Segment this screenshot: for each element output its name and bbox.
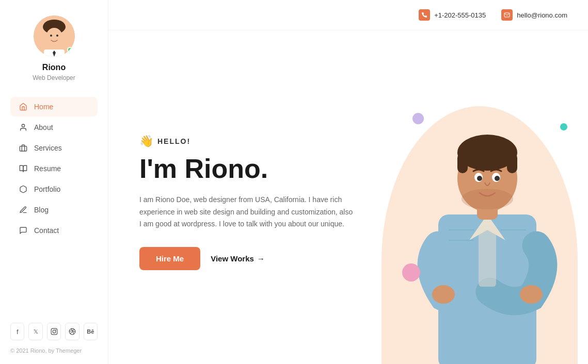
profile-name: Riono — [42, 63, 66, 72]
nav-label-about: About — [34, 123, 53, 131]
dribbble-button[interactable] — [65, 323, 79, 340]
phone-icon — [419, 9, 430, 21]
message-icon — [19, 226, 28, 235]
hero-image-area — [371, 30, 588, 364]
hero-section: 👋 HELLO! I'm Riono. I am Riono Doe, web … — [108, 30, 588, 364]
facebook-button[interactable]: f — [10, 323, 24, 340]
nav-label-contact: Contact — [34, 226, 59, 235]
hero-buttons: Hire Me View Works → — [139, 247, 387, 270]
svg-point-7 — [22, 124, 24, 127]
svg-point-26 — [520, 285, 543, 304]
decorative-dot-teal — [560, 123, 567, 130]
nav-label-blog: Blog — [34, 206, 49, 214]
sidebar-item-resume[interactable]: Resume — [10, 159, 98, 178]
hello-badge: 👋 HELLO! — [139, 135, 387, 148]
twitter-button[interactable]: 𝕏 — [28, 323, 42, 340]
sidebar-footer: f 𝕏 Bē © 2021 Riono, by Themeger — [0, 312, 108, 364]
decorative-dot-pink — [402, 263, 420, 282]
user-icon — [19, 123, 28, 132]
view-works-label: View Works — [211, 254, 254, 263]
svg-point-24 — [462, 189, 513, 209]
svg-point-23 — [495, 176, 500, 181]
svg-point-22 — [477, 176, 482, 181]
email-address: hello@riono.com — [517, 11, 567, 19]
behance-button[interactable]: Bē — [84, 323, 98, 340]
sidebar: Riono Web Developer Home About — [0, 0, 108, 364]
sidebar-item-about[interactable]: About — [10, 118, 98, 137]
nav-label-services: Services — [34, 144, 62, 152]
svg-rect-19 — [507, 153, 517, 173]
main-content: +1-202-555-0135 hello@riono.com 👋 HELLO!… — [108, 0, 588, 364]
svg-point-10 — [53, 330, 56, 333]
site-header: +1-202-555-0135 hello@riono.com — [108, 0, 588, 30]
book-icon — [19, 164, 28, 173]
profile-role: Web Developer — [33, 74, 75, 81]
email-icon — [501, 9, 513, 21]
hero-text-content: 👋 HELLO! I'm Riono. I am Riono Doe, web … — [139, 135, 387, 271]
box-icon — [19, 185, 28, 194]
wave-emoji: 👋 — [139, 135, 153, 148]
svg-rect-9 — [51, 328, 57, 335]
sidebar-item-portfolio[interactable]: Portfolio — [10, 179, 98, 199]
hero-description: I am Riono Doe, web designer from USA, C… — [139, 194, 356, 230]
sidebar-item-blog[interactable]: Blog — [10, 200, 98, 220]
phone-contact: +1-202-555-0135 — [419, 9, 486, 21]
avatar — [34, 15, 75, 57]
hero-title: I'm Riono. — [139, 154, 387, 184]
sidebar-item-home[interactable]: Home — [10, 97, 98, 117]
social-links: f 𝕏 Bē — [10, 323, 98, 340]
nav-label-resume: Resume — [34, 164, 61, 173]
svg-rect-18 — [457, 153, 468, 173]
svg-point-25 — [432, 285, 455, 304]
decorative-dot-purple — [412, 113, 424, 124]
person-illustration — [402, 101, 573, 364]
svg-rect-8 — [20, 146, 26, 151]
nav-label-portfolio: Portfolio — [34, 185, 60, 193]
sidebar-item-services[interactable]: Services — [10, 138, 98, 158]
copyright-text: © 2021 Riono, by Themeger — [10, 348, 98, 354]
svg-point-4 — [56, 35, 58, 37]
svg-point-11 — [55, 329, 56, 330]
view-works-button[interactable]: View Works → — [211, 254, 265, 263]
instagram-button[interactable] — [47, 323, 61, 340]
phone-number: +1-202-555-0135 — [434, 11, 486, 19]
main-nav: Home About Services — [0, 97, 108, 312]
online-dot — [67, 47, 73, 53]
hire-me-button[interactable]: Hire Me — [139, 247, 200, 270]
nav-label-home: Home — [34, 103, 53, 111]
sidebar-item-contact[interactable]: Contact — [10, 221, 98, 240]
svg-rect-27 — [479, 225, 496, 287]
svg-point-2 — [46, 28, 62, 46]
pen-icon — [19, 205, 28, 214]
email-contact: hello@riono.com — [501, 9, 567, 21]
arrow-right-icon: → — [257, 254, 265, 263]
home-icon — [19, 102, 28, 111]
hello-label: HELLO! — [157, 137, 190, 145]
briefcase-icon — [19, 143, 28, 153]
svg-point-3 — [50, 35, 52, 37]
